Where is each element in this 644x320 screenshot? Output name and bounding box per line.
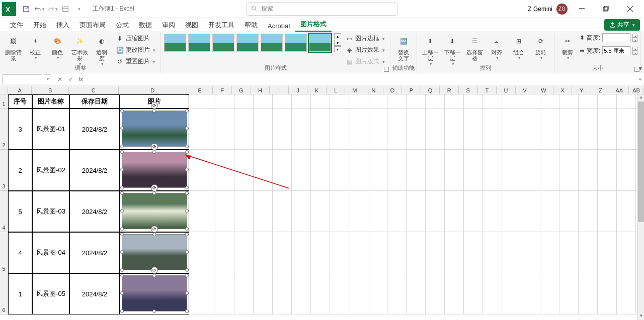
resize-handle[interactable] <box>120 309 124 313</box>
cell[interactable] <box>464 232 483 273</box>
cell[interactable] <box>330 273 349 314</box>
cell[interactable] <box>273 94 292 109</box>
cell[interactable] <box>189 109 215 150</box>
tab-2[interactable]: 插入 <box>51 19 74 32</box>
cell[interactable] <box>311 232 330 273</box>
qat-dropdown[interactable]: ▾ <box>72 3 85 15</box>
col-header-O[interactable]: O <box>383 86 403 94</box>
cell[interactable] <box>521 191 540 232</box>
resize-handle[interactable] <box>120 191 124 195</box>
resize-handle[interactable] <box>185 109 189 113</box>
group-button[interactable]: ⊞组合▾ <box>509 33 529 61</box>
cell[interactable] <box>617 273 636 314</box>
col-header-Z[interactable]: Z <box>591 86 610 94</box>
formula-input[interactable] <box>83 74 636 84</box>
cell[interactable] <box>330 150 349 191</box>
resize-handle[interactable] <box>120 109 124 113</box>
cell[interactable] <box>445 232 464 273</box>
cell[interactable] <box>559 109 579 150</box>
col-header-S[interactable]: S <box>459 86 478 94</box>
cell[interactable] <box>598 191 617 232</box>
cell[interactable] <box>483 232 502 273</box>
col-header-I[interactable]: I <box>270 86 289 94</box>
cell[interactable] <box>330 232 349 273</box>
row-header-4[interactable]: 4 <box>0 191 8 232</box>
resize-handle[interactable] <box>120 186 124 189</box>
cell[interactable] <box>579 109 598 150</box>
col-header-V[interactable]: V <box>516 86 535 94</box>
cell[interactable] <box>349 232 368 273</box>
resize-handle[interactable] <box>185 186 189 189</box>
search-box[interactable]: 搜索 <box>247 3 397 16</box>
artistic-effects-button[interactable]: ✨艺术效果▾ <box>69 33 90 67</box>
cell[interactable] <box>273 191 292 232</box>
cell[interactable] <box>598 150 617 191</box>
cell[interactable] <box>464 109 483 150</box>
cell[interactable] <box>330 191 349 232</box>
cell[interactable] <box>598 232 617 273</box>
cell[interactable] <box>502 150 521 191</box>
scroll-down-button[interactable]: ▾ <box>637 313 644 320</box>
width-input[interactable] <box>602 46 630 55</box>
col-header-R[interactable]: R <box>440 86 459 94</box>
rotate-handle[interactable]: ⟳ <box>151 102 158 109</box>
resize-handle[interactable] <box>152 191 156 195</box>
height-up[interactable]: ▴ <box>632 34 637 38</box>
cell[interactable] <box>407 150 426 191</box>
cell[interactable] <box>234 273 254 314</box>
resize-handle[interactable] <box>120 209 124 212</box>
col-header-J[interactable]: J <box>289 86 308 94</box>
cell[interactable] <box>349 191 368 232</box>
close-button[interactable] <box>620 2 640 16</box>
cell[interactable] <box>368 109 387 150</box>
cell[interactable] <box>579 191 598 232</box>
cell[interactable] <box>579 232 598 273</box>
tab-1[interactable]: 开始 <box>28 19 51 32</box>
style-thumb-5[interactable] <box>261 34 283 52</box>
picture-styles-launcher[interactable] <box>384 67 389 72</box>
resize-handle[interactable] <box>185 291 189 295</box>
cell[interactable] <box>483 273 502 314</box>
cell[interactable] <box>483 109 502 150</box>
style-thumb-3[interactable] <box>212 34 234 52</box>
cell[interactable] <box>311 109 330 150</box>
tab-10[interactable]: Acrobat <box>263 20 295 32</box>
cell[interactable] <box>330 94 349 109</box>
row-header-1[interactable]: 1 <box>0 94 8 109</box>
cell[interactable] <box>464 150 483 191</box>
cell[interactable] <box>502 191 521 232</box>
cell[interactable] <box>617 150 636 191</box>
enter-formula-button[interactable]: ✓ <box>66 75 75 84</box>
cell[interactable] <box>273 232 292 273</box>
resize-handle[interactable] <box>185 309 189 313</box>
cell[interactable] <box>540 191 559 232</box>
cell[interactable] <box>617 191 636 232</box>
cell[interactable] <box>464 273 483 314</box>
cell[interactable] <box>445 109 464 150</box>
cell[interactable] <box>407 232 426 273</box>
cell[interactable] <box>483 191 502 232</box>
col-header-C[interactable]: C <box>69 86 119 94</box>
cell[interactable] <box>292 150 311 191</box>
resize-handle[interactable] <box>120 145 124 148</box>
table-cell[interactable]: 2024/8/2 <box>69 150 120 191</box>
col-header-E[interactable]: E <box>187 86 213 94</box>
col-header-Y[interactable]: Y <box>572 86 591 94</box>
cell[interactable] <box>215 232 234 273</box>
vertical-scrollbar[interactable]: ▴ ▾ <box>637 94 644 320</box>
inserted-picture[interactable]: ⟳ <box>122 275 187 311</box>
cell[interactable] <box>254 94 273 109</box>
height-input[interactable] <box>602 33 630 42</box>
rotate-handle[interactable]: ⟳ <box>151 143 158 150</box>
cell[interactable] <box>540 109 559 150</box>
crop-button[interactable]: ✂裁剪▾ <box>557 33 578 61</box>
customize-qat-button[interactable] <box>59 3 71 15</box>
picture-border-button[interactable]: ▭图片边框▾ <box>343 33 387 44</box>
resize-handle[interactable] <box>120 291 124 295</box>
cell[interactable] <box>502 109 521 150</box>
cell[interactable] <box>349 109 368 150</box>
bring-forward-button[interactable]: ⬆上移一层▾ <box>420 33 440 67</box>
tab-11[interactable]: 图片格式 <box>295 18 332 32</box>
cell[interactable] <box>292 273 311 314</box>
table-cell[interactable]: 风景图-02 <box>32 150 69 191</box>
